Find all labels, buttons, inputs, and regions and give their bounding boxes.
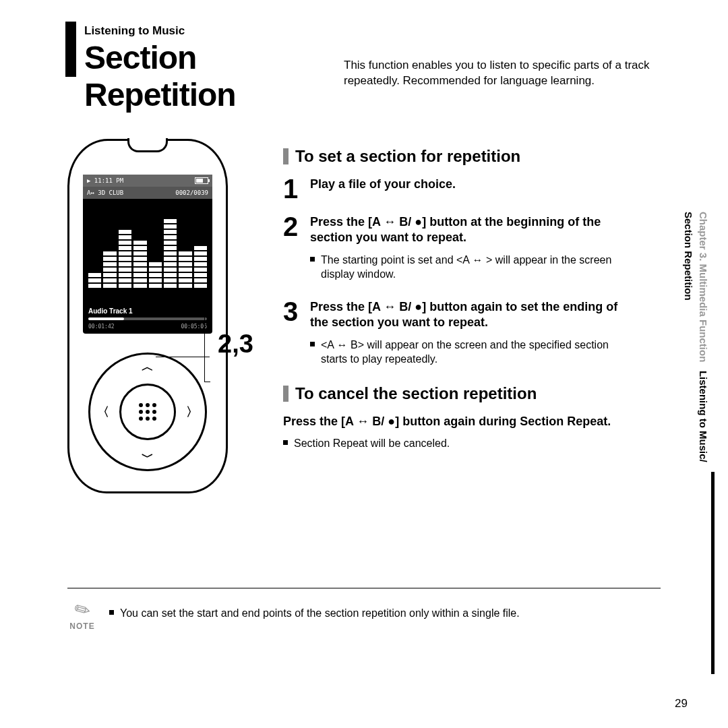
bullet: Section Repeat will be canceled.	[283, 436, 626, 451]
breadcrumb: Listening to Music	[84, 24, 694, 38]
chevron-left-icon: 〈	[97, 404, 109, 420]
chevron-right-icon: 〉	[186, 404, 198, 420]
header: Listening to Music Section Repetition Th…	[84, 24, 694, 113]
side-accent-bar	[711, 472, 715, 674]
header-accent-bar	[65, 22, 76, 77]
chevron-down-icon: ﹀	[142, 449, 154, 465]
step-1: 1 Play a file of your choice.	[283, 177, 626, 201]
page-description: This function enables you to listen to s…	[344, 54, 694, 89]
side-chapter-label: Chapter 3. Multimedia Function Listening…	[680, 212, 710, 462]
page-title: Section Repetition	[84, 39, 332, 113]
chevron-up-icon: ︿	[142, 359, 154, 375]
device-screen: ▶ 11:11 PM A↔ 3D CLUB 0002/0039	[83, 175, 212, 334]
total-time: 00:05:06	[181, 324, 207, 330]
step-2: 2 Press the [A ↔ B/ ●] button at the beg…	[283, 214, 626, 286]
device-illustration: ▶ 11:11 PM A↔ 3D CLUB 0002/0039	[67, 139, 228, 493]
instructions: To set a section for repetition 1 Play a…	[283, 139, 626, 493]
equalizer-graphic	[87, 207, 208, 288]
nav-ring: ︿ ﹀ 〈 〉	[88, 353, 207, 471]
status-time: ▶ 11:11 PM	[87, 177, 123, 184]
center-button	[119, 384, 176, 440]
bullet: <A ↔ B> will appear on the screen and th…	[310, 338, 626, 367]
section-heading-set: To set a section for repetition	[283, 147, 626, 166]
page-number: 29	[675, 697, 688, 710]
grid-dots-icon	[139, 403, 156, 421]
battery-icon	[195, 177, 208, 184]
status-count: 0002/0039	[175, 189, 208, 196]
step-callout: 2,3	[218, 330, 264, 359]
progress-bar	[88, 317, 207, 320]
cancel-step: Press the [A ↔ B/ ●] button again during…	[283, 414, 626, 451]
step-3: 3 Press the [A ↔ B/ ●] button again to s…	[283, 299, 626, 371]
elapsed-time: 00:01:42	[88, 324, 115, 330]
status-mode: A↔ 3D CLUB	[87, 189, 123, 196]
note-bullet: You can set the start and end points of …	[109, 606, 661, 621]
note-section: ✎ NOTE You can set the start and end poi…	[67, 588, 661, 631]
pencil-icon: ✎	[70, 597, 94, 624]
track-label: Audio Track 1	[88, 307, 133, 315]
section-heading-cancel: To cancel the section repetition	[283, 384, 626, 403]
bullet: The starting point is set and <A ↔ > wil…	[310, 253, 626, 282]
